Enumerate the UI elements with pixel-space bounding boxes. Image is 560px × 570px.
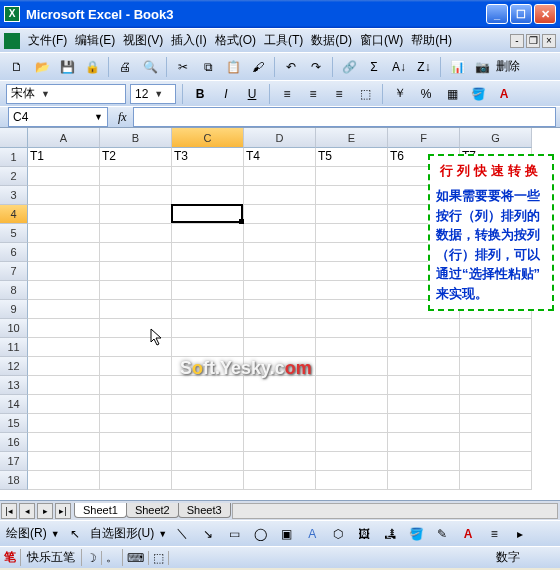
cell[interactable]: [28, 167, 100, 186]
menu-help[interactable]: 帮助(H): [407, 30, 456, 51]
cell[interactable]: [316, 281, 388, 300]
doc-restore-button[interactable]: ❐: [526, 34, 540, 48]
cell[interactable]: [244, 319, 316, 338]
col-header[interactable]: F: [388, 128, 460, 148]
ime-punct-icon[interactable]: 。: [102, 549, 123, 566]
row-header[interactable]: 14: [0, 395, 28, 414]
cell[interactable]: [460, 319, 532, 338]
cell[interactable]: T1: [28, 148, 100, 167]
cell[interactable]: [316, 205, 388, 224]
menu-tools[interactable]: 工具(T): [260, 30, 307, 51]
cell[interactable]: [28, 376, 100, 395]
fx-icon[interactable]: fx: [118, 110, 127, 125]
cell[interactable]: [316, 262, 388, 281]
merge-icon[interactable]: ⬚: [354, 83, 376, 105]
doc-icon[interactable]: [4, 33, 20, 49]
more-icon[interactable]: ▸: [509, 523, 531, 545]
cell[interactable]: [244, 243, 316, 262]
cell[interactable]: [172, 471, 244, 490]
cell[interactable]: [244, 471, 316, 490]
tab-first-icon[interactable]: |◂: [1, 503, 17, 519]
cell[interactable]: [460, 414, 532, 433]
tab-prev-icon[interactable]: ◂: [19, 503, 35, 519]
fillcolor-icon[interactable]: 🪣: [405, 523, 427, 545]
cell[interactable]: [172, 319, 244, 338]
currency-icon[interactable]: ￥: [389, 83, 411, 105]
cell[interactable]: [172, 338, 244, 357]
cell[interactable]: [244, 167, 316, 186]
delete-label[interactable]: 删除: [496, 58, 520, 75]
cell[interactable]: [100, 452, 172, 471]
doc-minimize-button[interactable]: -: [510, 34, 524, 48]
menu-edit[interactable]: 编辑(E): [71, 30, 119, 51]
fontcolor-icon[interactable]: A: [457, 523, 479, 545]
row-header[interactable]: 3: [0, 186, 28, 205]
cell[interactable]: [100, 186, 172, 205]
bold-icon[interactable]: B: [189, 83, 211, 105]
cell[interactable]: [28, 205, 100, 224]
col-header[interactable]: B: [100, 128, 172, 148]
cell[interactable]: [100, 300, 172, 319]
cell[interactable]: [28, 338, 100, 357]
paste-icon[interactable]: 📋: [222, 56, 244, 78]
cell[interactable]: [100, 433, 172, 452]
undo-icon[interactable]: ↶: [280, 56, 302, 78]
copy-icon[interactable]: ⧉: [197, 56, 219, 78]
cell[interactable]: [100, 376, 172, 395]
cell[interactable]: [460, 376, 532, 395]
linestyle-icon[interactable]: ≡: [483, 523, 505, 545]
cell[interactable]: [28, 395, 100, 414]
rectangle-icon[interactable]: ▭: [223, 523, 245, 545]
menu-file[interactable]: 文件(F): [24, 30, 71, 51]
cell[interactable]: [244, 414, 316, 433]
permission-icon[interactable]: 🔒: [81, 56, 103, 78]
align-left-icon[interactable]: ≡: [276, 83, 298, 105]
spreadsheet-grid[interactable]: ABCDEFG 123456789101112131415161718 T1T2…: [0, 128, 560, 500]
menu-format[interactable]: 格式(O): [211, 30, 260, 51]
col-header[interactable]: G: [460, 128, 532, 148]
underline-icon[interactable]: U: [241, 83, 263, 105]
horizontal-scrollbar[interactable]: [232, 503, 558, 519]
select-all-corner[interactable]: [0, 128, 28, 148]
cell[interactable]: T3: [172, 148, 244, 167]
cell[interactable]: [100, 338, 172, 357]
cell[interactable]: [172, 414, 244, 433]
cut-icon[interactable]: ✂: [172, 56, 194, 78]
cell[interactable]: [316, 452, 388, 471]
sheet-tab[interactable]: Sheet3: [178, 503, 231, 518]
preview-icon[interactable]: 🔍: [139, 56, 161, 78]
align-right-icon[interactable]: ≡: [328, 83, 350, 105]
row-header[interactable]: 8: [0, 281, 28, 300]
cell[interactable]: [460, 338, 532, 357]
arrow-icon[interactable]: ↘: [197, 523, 219, 545]
cell[interactable]: [388, 338, 460, 357]
cell[interactable]: [244, 281, 316, 300]
cell[interactable]: [244, 395, 316, 414]
wordart-icon[interactable]: A: [301, 523, 323, 545]
cell[interactable]: T4: [244, 148, 316, 167]
fillcolor-icon[interactable]: 🪣: [467, 83, 489, 105]
row-header[interactable]: 10: [0, 319, 28, 338]
redo-icon[interactable]: ↷: [305, 56, 327, 78]
row-header[interactable]: 7: [0, 262, 28, 281]
font-size-selector[interactable]: 12 ▼: [130, 84, 176, 104]
draw-menu[interactable]: 绘图(R): [6, 525, 47, 542]
cell[interactable]: [244, 262, 316, 281]
cell[interactable]: [100, 395, 172, 414]
minimize-button[interactable]: _: [486, 4, 508, 24]
maximize-button[interactable]: ☐: [510, 4, 532, 24]
cell[interactable]: [28, 414, 100, 433]
fontcolor-icon[interactable]: A: [493, 83, 515, 105]
cell[interactable]: [244, 433, 316, 452]
cell[interactable]: T5: [316, 148, 388, 167]
line-icon[interactable]: ＼: [171, 523, 193, 545]
cell[interactable]: [316, 243, 388, 262]
tab-last-icon[interactable]: ▸|: [55, 503, 71, 519]
cell[interactable]: [100, 357, 172, 376]
cell[interactable]: [172, 300, 244, 319]
row-header[interactable]: 1: [0, 148, 28, 167]
cell[interactable]: [28, 319, 100, 338]
col-header[interactable]: D: [244, 128, 316, 148]
cell[interactable]: [316, 300, 388, 319]
formula-input[interactable]: [133, 107, 556, 127]
